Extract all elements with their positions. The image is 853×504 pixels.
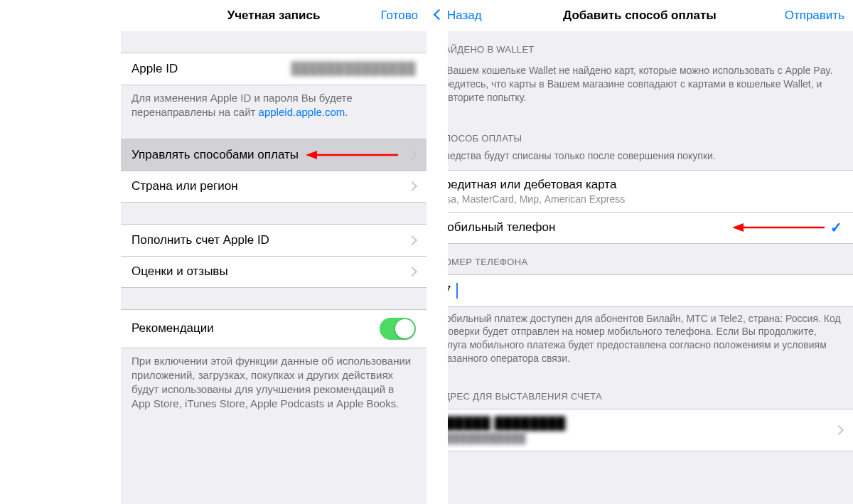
apple-id-link[interactable]: appleid.apple.com — [259, 106, 345, 118]
manage-payments-label: Управлять способами оплаты — [132, 148, 299, 162]
chevron-right-icon — [835, 427, 842, 434]
recommendations-toggle[interactable] — [380, 318, 416, 340]
screenshots-gap — [426, 0, 448, 504]
account-screen: Учетная запись Готово Apple ID █████████… — [0, 0, 426, 504]
nav-bar: Назад Добавить способ оплаты Отправить — [426, 0, 853, 31]
apple-id-value: ██████████████ — [291, 62, 416, 76]
ratings-reviews-label: Оценки и отзывы — [132, 264, 228, 279]
phone-input-cell[interactable]: +7 — [426, 275, 853, 306]
add-funds-label: Пополнить счет Apple ID — [132, 233, 269, 247]
apple-id-footer: Для изменения Apple ID и пароля Вы будет… — [121, 85, 426, 120]
chevron-right-icon — [409, 268, 416, 275]
billing-header: АДРЕС ДЛЯ ВЫСТАВЛЕНИЯ СЧЕТА — [426, 378, 853, 406]
country-region-label: Страна или регион — [132, 179, 238, 193]
method-subheader: Средства будут списаны только после сове… — [426, 148, 853, 163]
card-option-label: Кредитная или дебетовая карта — [437, 178, 842, 192]
add-funds-cell[interactable]: Пополнить счет Apple ID — [121, 225, 426, 256]
recommendations-cell: Рекомендации — [121, 310, 426, 348]
apple-id-cell[interactable]: Apple ID ██████████████ — [121, 53, 426, 85]
apple-id-label: Apple ID — [132, 62, 178, 76]
nav-send-button[interactable]: Отправить — [785, 9, 844, 23]
nav-done-button[interactable]: Готово — [381, 9, 419, 23]
nav-bar: Учетная запись Готово — [121, 0, 426, 31]
phone-footer: Мобильный платеж доступен для абонентов … — [426, 307, 853, 366]
wallet-header: НАЙДЕНО В WALLET — [426, 31, 853, 59]
wallet-body: В Вашем кошельке Wallet не найдено карт,… — [426, 59, 853, 104]
mobile-option-cell[interactable]: Мобильный телефон ✓ — [426, 212, 853, 243]
billing-line2: ████████████ — [437, 432, 842, 444]
chevron-right-icon — [409, 151, 416, 159]
annotation-arrow-icon — [732, 222, 825, 233]
account-scroll[interactable]: Apple ID ██████████████ Для изменения Ap… — [121, 31, 426, 504]
mobile-option-label: Мобильный телефон — [437, 220, 555, 235]
method-header: СПОСОБ ОПЛАТЫ — [426, 120, 853, 148]
chevron-right-icon — [409, 237, 416, 244]
phone-input[interactable] — [458, 284, 842, 298]
recommendations-label: Рекомендации — [132, 321, 214, 336]
nav-back-button[interactable]: Назад — [435, 9, 482, 23]
country-region-cell[interactable]: Страна или регион — [121, 171, 426, 202]
card-option-sublabel: Visa, MasterCard, Мир, American Express — [437, 193, 842, 205]
add-payment-screen: Назад Добавить способ оплаты Отправить Н… — [426, 0, 853, 504]
manage-payments-cell[interactable]: Управлять способами оплаты — [121, 139, 426, 171]
billing-address-cell[interactable]: ██████ ████████ ████████████ — [426, 409, 853, 451]
recommendations-footer: При включении этой функции данные об исп… — [121, 348, 426, 426]
phone-header: НОМЕР ТЕЛЕФОНА — [426, 244, 853, 272]
svg-marker-3 — [732, 223, 744, 232]
payment-scroll[interactable]: НАЙДЕНО В WALLET В Вашем кошельке Wallet… — [426, 31, 853, 504]
annotation-arrow-icon — [306, 149, 398, 161]
ratings-reviews-cell[interactable]: Оценки и отзывы — [121, 256, 426, 287]
chevron-right-icon — [409, 183, 416, 190]
billing-line1: ██████ ████████ — [437, 417, 842, 431]
card-option-cell[interactable]: Кредитная или дебетовая карта Visa, Mast… — [426, 171, 853, 212]
checkmark-icon: ✓ — [830, 219, 842, 236]
svg-marker-1 — [306, 151, 317, 159]
chevron-left-icon — [435, 9, 446, 23]
